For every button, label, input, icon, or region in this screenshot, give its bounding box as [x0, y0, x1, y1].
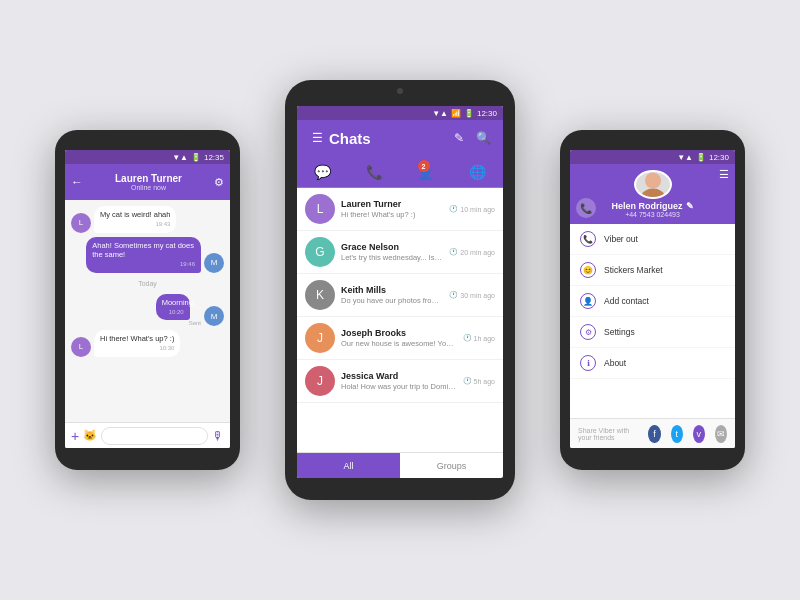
left-signal-icon: ▼▲ — [172, 153, 188, 162]
chat-name: Lauren Turner — [341, 199, 443, 209]
menu-item-viber-out[interactable]: 📞 Viber out — [570, 224, 735, 255]
menu-label: Viber out — [604, 234, 638, 244]
message-bubble: My cat is weird! ahah 19:43 — [94, 206, 176, 233]
tab-messages[interactable]: 💬 — [297, 156, 349, 187]
chat-item-lauren[interactable]: L Lauren Turner Hi there! What's up? :) … — [297, 188, 503, 231]
message-time: 19:43 — [100, 221, 170, 229]
twitter-share-button[interactable]: t — [671, 425, 683, 443]
emoji-button[interactable]: 🐱 — [83, 429, 97, 442]
message-input[interactable] — [101, 427, 208, 445]
chat-item-jessica[interactable]: J Jessica Ward Hola! How was your trip t… — [297, 360, 503, 403]
menu-item-about[interactable]: ℹ About — [570, 348, 735, 379]
svg-point-1 — [641, 188, 664, 199]
menu-item-add-contact[interactable]: 👤 Add contact — [570, 286, 735, 317]
time-label: 1h ago — [474, 335, 495, 342]
chat-item-joseph[interactable]: J Joseph Brooks Our new house is awesome… — [297, 317, 503, 360]
message-row-1: L My cat is weird! ahah 19:43 — [71, 206, 224, 233]
edit-profile-icon[interactable]: ✎ — [686, 201, 694, 211]
avatar: G — [305, 237, 335, 267]
menu-button[interactable]: ☰ — [307, 128, 327, 148]
tab-calls[interactable]: 📞 — [349, 156, 401, 187]
contact-status: Online now — [87, 184, 210, 191]
avatar: L — [71, 337, 91, 357]
facebook-share-button[interactable]: f — [648, 425, 660, 443]
tab-all-label: All — [343, 461, 353, 471]
wifi-icon: 📶 — [451, 109, 461, 118]
avatar: M — [204, 253, 224, 273]
right-signal-icon: ▼▲ — [677, 153, 693, 162]
chat-preview: Hi there! What's up? :) — [341, 210, 443, 219]
message-row-2: Ahah! Sometimes my cat does the same! 19… — [71, 237, 224, 273]
message-row-4: L Hi there! What's up? :) 10:30 — [71, 330, 224, 357]
center-status-bar: ▼▲ 📶 🔋 12:30 — [297, 106, 503, 120]
add-contact-icon: 👤 — [580, 293, 596, 309]
messages-icon: 💬 — [314, 164, 331, 180]
mic-button[interactable]: 🎙 — [212, 429, 224, 443]
day-divider: Today — [71, 280, 224, 287]
back-button[interactable]: ← — [71, 175, 83, 189]
left-phone: ▼▲ 🔋 12:35 ← Lauren Turner Online now ⚙ … — [55, 130, 240, 470]
chat-info: Keith Mills Do you have our photos from … — [341, 285, 443, 305]
messages-area: L My cat is weird! ahah 19:43 Ahah! Some… — [65, 200, 230, 422]
message-text: Hi there! What's up? :) — [100, 334, 174, 343]
tab-bar: 💬 📞 👤 2 🌐 — [297, 156, 503, 188]
menu-item-stickers[interactable]: 😊 Stickers Market — [570, 255, 735, 286]
chat-input-bar: + 🐱 🎙 — [65, 422, 230, 448]
message-bubble: Moorning! 10:20 — [156, 294, 190, 321]
menu-label: About — [604, 358, 626, 368]
edit-button[interactable]: ✎ — [449, 128, 469, 148]
tab-all[interactable]: All — [297, 453, 400, 478]
center-header: ☰ Chats ✎ 🔍 — [297, 120, 503, 156]
profile-name: Helen Rodriguez ✎ — [611, 201, 693, 211]
chat-item-keith[interactable]: K Keith Mills Do you have our photos fro… — [297, 274, 503, 317]
chat-time: 🕐 1h ago — [463, 334, 495, 342]
chat-time: 🕐 30 min ago — [449, 291, 495, 299]
tab-groups-label: Groups — [437, 461, 467, 471]
svg-point-0 — [644, 172, 660, 188]
profile-header: ☰ Helen Rodriguez ✎ +44 7543 024493 📞 — [570, 164, 735, 224]
tab-groups[interactable]: Groups — [400, 453, 503, 478]
chat-name: Grace Nelson — [341, 242, 443, 252]
avatar: J — [305, 366, 335, 396]
chat-name: Joseph Brooks — [341, 328, 457, 338]
add-button[interactable]: + — [71, 428, 79, 444]
more-icon: 🌐 — [469, 164, 486, 180]
hamburger-button[interactable]: ☰ — [719, 168, 729, 181]
message-text: My cat is weird! ahah — [100, 210, 170, 219]
tab-contacts[interactable]: 👤 2 — [400, 156, 452, 187]
viber-share-button[interactable]: v — [693, 425, 705, 443]
settings-icon[interactable]: ⚙ — [214, 176, 224, 189]
stickers-icon: 😊 — [580, 262, 596, 278]
message-text: Moorning! — [162, 298, 195, 307]
battery-icon: 🔋 — [464, 109, 474, 118]
avatar: L — [71, 213, 91, 233]
menu-list: 📞 Viber out 😊 Stickers Market 👤 Add cont… — [570, 224, 735, 418]
chat-item-grace[interactable]: G Grace Nelson Let's try this wednesday.… — [297, 231, 503, 274]
about-icon: ℹ — [580, 355, 596, 371]
calls-icon: 📞 — [366, 164, 383, 180]
chat-preview: Let's try this wednesday... Is that alri… — [341, 253, 443, 262]
message-time: 10:20 — [162, 309, 184, 317]
profile-phone: +44 7543 024493 — [625, 211, 680, 218]
message-bubble: Ahah! Sometimes my cat does the same! 19… — [86, 237, 201, 273]
chat-name: Keith Mills — [341, 285, 443, 295]
menu-label: Stickers Market — [604, 265, 663, 275]
right-phone: ▼▲ 🔋 12:30 ☰ Helen Rodriguez ✎ +44 7543 … — [560, 130, 745, 470]
chat-preview: Do you have our photos from the nye? — [341, 296, 443, 305]
chat-time: 🕐 10 min ago — [449, 205, 495, 213]
chat-info: Joseph Brooks Our new house is awesome! … — [341, 328, 457, 348]
menu-item-settings[interactable]: ⚙ Settings — [570, 317, 735, 348]
right-battery-icon: 🔋 — [696, 153, 706, 162]
viber-out-icon: 📞 — [580, 231, 596, 247]
email-share-button[interactable]: ✉ — [715, 425, 727, 443]
tab-more[interactable]: 🌐 — [452, 156, 504, 187]
chat-info: Grace Nelson Let's try this wednesday...… — [341, 242, 443, 262]
camera-dot — [397, 88, 403, 94]
call-button[interactable]: 📞 — [576, 198, 596, 218]
chat-list: L Lauren Turner Hi there! What's up? :) … — [297, 188, 503, 452]
time-label: 20 min ago — [460, 249, 495, 256]
avatar: J — [305, 323, 335, 353]
time-label: 30 min ago — [460, 292, 495, 299]
right-status-bar: ▼▲ 🔋 12:30 — [570, 150, 735, 164]
search-button[interactable]: 🔍 — [473, 128, 493, 148]
